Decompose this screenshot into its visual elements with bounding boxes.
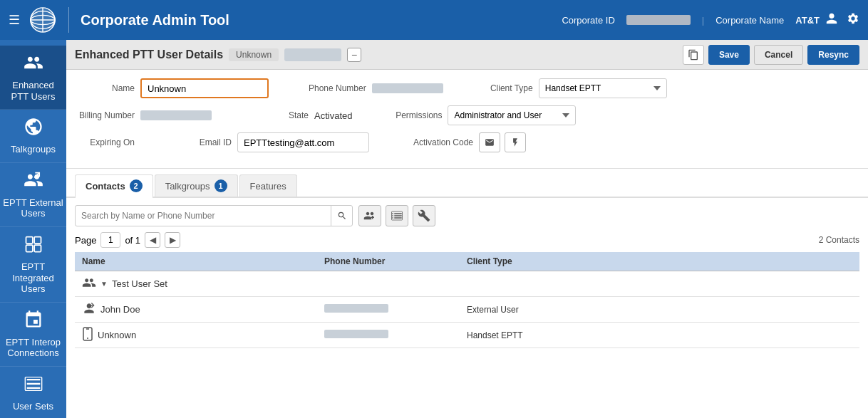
col-header-phone: Phone Number [317, 252, 460, 271]
prev-page-button[interactable]: ◀ [145, 232, 160, 248]
contact-type-cell [460, 271, 859, 297]
tab-contacts-label: Contacts [86, 181, 125, 192]
activation-email-icon[interactable] [479, 132, 500, 152]
billing-field: Billing Number [78, 110, 212, 120]
activation-field: Activation Code [409, 132, 526, 152]
contact-name: John Doe [100, 304, 140, 315]
talkgroups-icon [24, 117, 43, 141]
page-input[interactable] [100, 232, 120, 248]
sidebar-label-eptt-external-users: EPTT External Users [3, 197, 63, 219]
tab-features[interactable]: Features [239, 174, 297, 197]
collapse-button[interactable]: − [347, 48, 361, 62]
svg-rect-8 [26, 245, 32, 251]
activation-lightning-icon[interactable] [505, 132, 526, 152]
user-details-form: Name Phone Number Client Type Handset EP… [66, 70, 868, 169]
contact-name-cell: John Doe [75, 297, 317, 323]
app-title: Corporate Admin Tool [81, 12, 562, 28]
header-divider [68, 7, 69, 33]
phone-blurred [324, 304, 388, 313]
copy-icon-button[interactable] [683, 45, 704, 65]
permissions-select[interactable]: Administrator and User User Only Adminis… [448, 105, 576, 125]
corp-id-value [626, 15, 691, 25]
tab-contacts[interactable]: Contacts 2 [75, 174, 153, 198]
sidebar-label-eptt-integrated-users: EPTT Integrated Users [3, 261, 63, 295]
corp-name-label: Corporate Name [715, 15, 784, 26]
toolbar-icons [358, 205, 435, 226]
col-header-name: Name [75, 252, 317, 271]
svg-rect-9 [34, 245, 41, 251]
sidebar-item-enhanced-ptt-users[interactable]: Enhanced PTT Users [0, 46, 66, 110]
sidebar-label-user-sets: User Sets [13, 401, 53, 412]
phone-blurred [324, 330, 388, 338]
col-header-client-type: Client Type [460, 252, 859, 271]
eptt-interop-connections-icon [24, 310, 43, 334]
billing-label: Billing Number [78, 110, 135, 120]
sidebar-item-eptt-external-users[interactable]: EPTT External Users [0, 163, 66, 227]
sidebar-item-eptt-interop-connections[interactable]: EPTT Interop Connections [0, 303, 66, 367]
client-type-select[interactable]: Handset EPTT Desktop EPTT Tablet EPTT [539, 78, 667, 98]
pagination: Page of 1 ◀ ▶ 2 Contacts [75, 232, 859, 248]
phone-value-blurred [372, 83, 443, 93]
svg-point-15 [87, 338, 88, 339]
add-contact-button[interactable] [358, 205, 381, 226]
eptt-external-users-icon [24, 170, 43, 194]
user-icon[interactable] [825, 12, 838, 28]
contact-type-cell: Handset EPTT [460, 323, 859, 348]
svg-rect-6 [26, 236, 32, 243]
contact-name: Unknown [98, 330, 136, 340]
tab-talkgroups[interactable]: Talkgroups 1 [155, 174, 238, 197]
client-type-field: Client Type Handset EPTT Desktop EPTT Ta… [483, 78, 667, 98]
search-toolbar [75, 205, 859, 226]
tools-button[interactable] [413, 205, 435, 226]
group-icon [82, 276, 96, 292]
table-row[interactable]: ▼ Test User Set [75, 271, 859, 297]
handset-icon [82, 327, 93, 343]
att-logo [29, 6, 57, 34]
settings-icon[interactable] [847, 12, 859, 28]
cancel-button[interactable]: Cancel [754, 45, 803, 65]
name-label: Name [78, 83, 135, 93]
client-type-label: Client Type [483, 83, 533, 93]
table-row[interactable]: Unknown Handset EPTT [75, 323, 859, 348]
name-field: Name [78, 78, 269, 98]
email-input[interactable] [237, 132, 369, 152]
contacts-table: Name Phone Number Client Type [75, 252, 859, 348]
form-row-3: Expiring On Email ID Activation Code [78, 132, 857, 152]
manage-contacts-button[interactable] [386, 205, 408, 226]
search-button[interactable] [331, 206, 352, 226]
contacts-count: 2 Contacts [819, 235, 859, 245]
resync-button[interactable]: Resync [807, 45, 859, 65]
name-input[interactable] [140, 78, 269, 98]
page-header-actions: Save Cancel Resync [683, 45, 859, 65]
sidebar-label-eptt-interop-connections: EPTT Interop Connections [3, 337, 63, 359]
tab-talkgroups-label: Talkgroups [165, 181, 210, 192]
corp-info: Corporate ID | Corporate Name AT&T [562, 15, 820, 26]
page-header: Enhanced PTT User Details Unknown − Save… [66, 40, 868, 70]
sidebar-item-eptt-integrated-users[interactable]: EPTT Integrated Users [0, 227, 66, 303]
state-label: State [252, 110, 309, 120]
email-label: Email ID [175, 137, 232, 147]
sidebar-item-user-sets[interactable]: User Sets [0, 367, 66, 418]
billing-value-blurred [140, 110, 212, 120]
enhanced-ptt-users-icon [24, 53, 43, 77]
sidebar: Enhanced PTT Users Talkgroups EPTT Exter… [0, 40, 66, 418]
expiring-field: Expiring On [78, 137, 135, 147]
activation-label: Activation Code [409, 137, 473, 147]
corp-name-value: AT&T [795, 15, 820, 26]
tab-talkgroups-badge: 1 [215, 179, 227, 192]
save-button[interactable]: Save [708, 45, 750, 65]
page-title: Enhanced PTT User Details [75, 48, 223, 61]
table-row[interactable]: John Doe External User [75, 297, 859, 323]
next-page-button[interactable]: ▶ [165, 232, 180, 248]
email-field: Email ID [175, 132, 369, 152]
header-icons [825, 12, 859, 28]
expiring-label: Expiring On [78, 137, 135, 147]
menu-icon[interactable]: ☰ [9, 12, 20, 28]
search-input[interactable] [76, 211, 331, 221]
page-label: Page [75, 235, 96, 246]
contact-name-cell: ▼ Test User Set [75, 271, 317, 297]
app-header: ☰ Corporate Admin Tool Corporate ID | Co… [0, 0, 868, 40]
of-label: of 1 [125, 235, 140, 246]
page-header-badge: Unknown [229, 48, 279, 61]
sidebar-item-talkgroups[interactable]: Talkgroups [0, 110, 66, 163]
